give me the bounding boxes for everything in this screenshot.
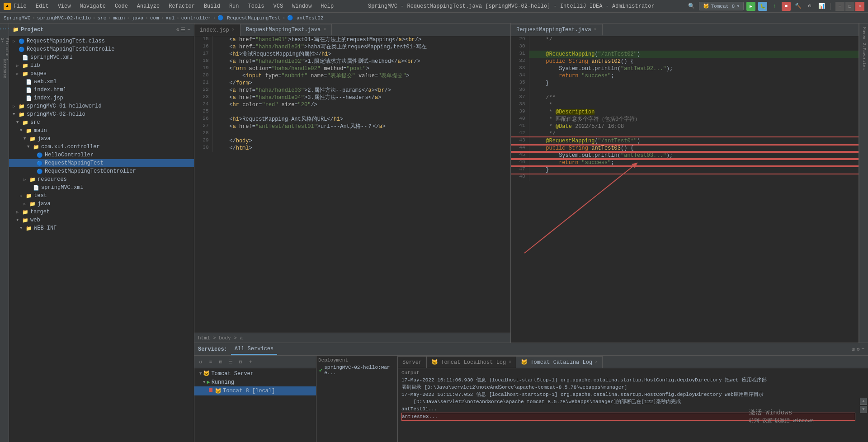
- profiler-icon[interactable]: 📊: [817, 2, 826, 11]
- svc-add-btn[interactable]: +: [246, 357, 255, 367]
- left-code-area[interactable]: 15 <a href="handle01">test01-写在方法上的reque…: [194, 36, 510, 333]
- menu-analyze[interactable]: Analyze: [135, 2, 161, 10]
- breadcrumb-main[interactable]: main: [113, 15, 125, 21]
- services-all-tab[interactable]: All Services: [231, 344, 277, 355]
- tomcat-config-button[interactable]: 🐱 Tomcat 8 ▾: [699, 2, 744, 10]
- svc-filter-btn[interactable]: ☰: [226, 357, 235, 367]
- tab-close-icon[interactable]: ×: [509, 360, 511, 365]
- breadcrumb-method[interactable]: 🔵 antTest02: [287, 15, 323, 21]
- tree-item-label: HelloController: [45, 152, 94, 158]
- tab-close-icon[interactable]: ×: [323, 27, 326, 32]
- list-item[interactable]: 🔵 RequestMappingTestControlle: [9, 45, 194, 53]
- list-item[interactable]: ▷ 📁 lib: [9, 61, 194, 70]
- tab-close-icon[interactable]: ×: [232, 28, 235, 33]
- log-tab-server[interactable]: Server: [398, 356, 427, 368]
- list-item[interactable]: ▷ 📁 resources: [9, 175, 194, 183]
- log-tab-catalina[interactable]: 🐱 Tomcat Catalina Log ×: [516, 356, 603, 368]
- maximize-button[interactable]: □: [845, 2, 854, 11]
- right-code-area[interactable]: 29 */ 30 31 @RequestMapping("/antTest02"…: [511, 36, 859, 343]
- list-item[interactable]: ▷ 📁 target: [9, 208, 194, 216]
- favorites-icon[interactable]: 2:Favorites: [862, 41, 866, 71]
- breadcrumb-com[interactable]: com: [150, 15, 159, 21]
- svc-align-btn[interactable]: ≡: [206, 357, 215, 367]
- list-item[interactable]: ▼ 📁 WEB-INF: [9, 224, 194, 232]
- menu-window[interactable]: Window: [290, 2, 313, 10]
- structure-panel-icon[interactable]: 2-Structure: [1, 45, 8, 52]
- svc-restart-btn[interactable]: ↺: [196, 357, 205, 367]
- services-expand-icon[interactable]: ⊞: [852, 346, 855, 352]
- panel-settings-icon[interactable]: ⚙: [176, 27, 179, 33]
- menu-run[interactable]: Run: [227, 2, 241, 10]
- list-item[interactable]: ▼ 📁 main: [9, 127, 194, 135]
- breadcrumb-project[interactable]: springMVC-02-hello: [37, 15, 91, 21]
- close-button[interactable]: ×: [855, 2, 864, 11]
- menu-tools[interactable]: Tools: [246, 2, 266, 10]
- menu-vcs[interactable]: VCS: [272, 2, 285, 10]
- tab-index-jsp[interactable]: index.jsp ×: [194, 24, 241, 36]
- list-item[interactable]: ▷ 📁 pages: [9, 70, 194, 78]
- line-code: <a href="haha/handle01">haha写在类上的requesM…: [212, 43, 510, 51]
- menu-navigate[interactable]: Navigate: [78, 2, 108, 10]
- list-item[interactable]: ▷ 📁 java: [9, 200, 194, 208]
- tab-request-mapping-test[interactable]: RequestMappingTest.java ×: [241, 24, 332, 36]
- panel-close-icon[interactable]: −: [187, 27, 190, 33]
- scroll-up-button[interactable]: ▲: [860, 398, 867, 405]
- scroll-down-button[interactable]: ▼: [860, 406, 867, 413]
- list-item[interactable]: ▷ 📁 test: [9, 192, 194, 200]
- svc-expand-btn[interactable]: ⊞: [216, 357, 225, 367]
- list-item[interactable]: 🔵 HelloController: [9, 151, 194, 159]
- coverage-icon[interactable]: ⊙: [805, 2, 814, 11]
- breadcrumb-springmvc[interactable]: SpringMVC: [4, 15, 30, 21]
- svc-collapse-btn[interactable]: ⊟: [236, 357, 245, 367]
- menu-view[interactable]: View: [56, 2, 73, 10]
- line-code: [529, 87, 859, 94]
- list-item[interactable]: ▼ 📁 web: [9, 216, 194, 224]
- list-item[interactable]: 📄 index.html: [9, 86, 194, 94]
- list-item[interactable]: 📄 web.xml: [9, 78, 194, 86]
- line-number: 41: [511, 123, 529, 130]
- tab-request-mapping-test-right[interactable]: RequestMappingTest.java ×: [511, 24, 603, 36]
- list-item[interactable]: ▷ 🔵 RequestMappingTest.class: [9, 37, 194, 45]
- services-minimize-icon[interactable]: −: [861, 346, 864, 352]
- list-item[interactable]: 🔵 RequestMappingTest: [9, 159, 194, 167]
- debug-button[interactable]: 🐛: [758, 2, 767, 11]
- breadcrumb-xu1[interactable]: xu1: [165, 15, 175, 21]
- menu-file[interactable]: File: [12, 2, 28, 10]
- tree-item-label: springMVC-01-helloworld: [27, 103, 102, 109]
- run-button[interactable]: ▶: [746, 2, 755, 11]
- list-item[interactable]: 📄 index.jsp: [9, 94, 194, 102]
- database-icon[interactable]: Database: [1, 65, 8, 72]
- search-everywhere-icon[interactable]: 🔍: [687, 2, 696, 11]
- panel-expand-icon[interactable]: ☰: [181, 27, 185, 33]
- list-item[interactable]: 📄 springMVC.xml: [9, 183, 194, 192]
- list-item[interactable]: ▼ 📁 springMVC-02-hello: [9, 110, 194, 118]
- list-item[interactable]: ▷ 📁 springMVC-01-helloworld: [9, 102, 194, 110]
- menu-build[interactable]: Build: [202, 2, 222, 10]
- list-item[interactable]: ▼ ▶ Running: [194, 378, 316, 386]
- breadcrumb-src[interactable]: src: [97, 15, 106, 21]
- minimize-button[interactable]: −: [835, 2, 844, 11]
- list-item[interactable]: ▼ 📁 java: [9, 135, 194, 143]
- tab-close-icon[interactable]: ×: [594, 27, 597, 32]
- update-button[interactable]: ↑: [770, 2, 779, 11]
- services-settings-icon[interactable]: ⚙: [857, 346, 860, 352]
- list-item[interactable]: 🐱 Tomcat 8 [local]: [194, 386, 316, 395]
- list-item[interactable]: ▼ 📁 com.xu1.controller: [9, 143, 194, 151]
- list-item[interactable]: ▼ 🐱 Tomcat Server: [194, 369, 316, 378]
- menu-refactor[interactable]: Refactor: [167, 2, 197, 10]
- menu-help[interactable]: Help: [319, 2, 335, 10]
- log-tab-localhost[interactable]: 🐱 Tomcat Localhost Log ×: [427, 356, 516, 368]
- list-item[interactable]: ▼ 📁 src: [9, 118, 194, 127]
- list-item[interactable]: 🔵 RequestMappingTestController: [9, 167, 194, 175]
- tab-close-icon[interactable]: ×: [595, 360, 598, 365]
- maven-icon[interactable]: Maven: [862, 25, 866, 41]
- project-panel-icon[interactable]: 1:P: [1, 25, 8, 33]
- build-icon[interactable]: 🔨: [793, 2, 802, 11]
- menu-edit[interactable]: Edit: [34, 2, 51, 10]
- list-item[interactable]: 📄 springMVC.xml: [9, 53, 194, 61]
- menu-code[interactable]: Code: [113, 2, 130, 10]
- breadcrumb-java[interactable]: java: [132, 15, 143, 21]
- stop-button[interactable]: ■: [782, 2, 791, 11]
- breadcrumb-class[interactable]: 🔵 RequestMappingTest: [217, 15, 280, 21]
- breadcrumb-controller[interactable]: controller: [181, 15, 211, 21]
